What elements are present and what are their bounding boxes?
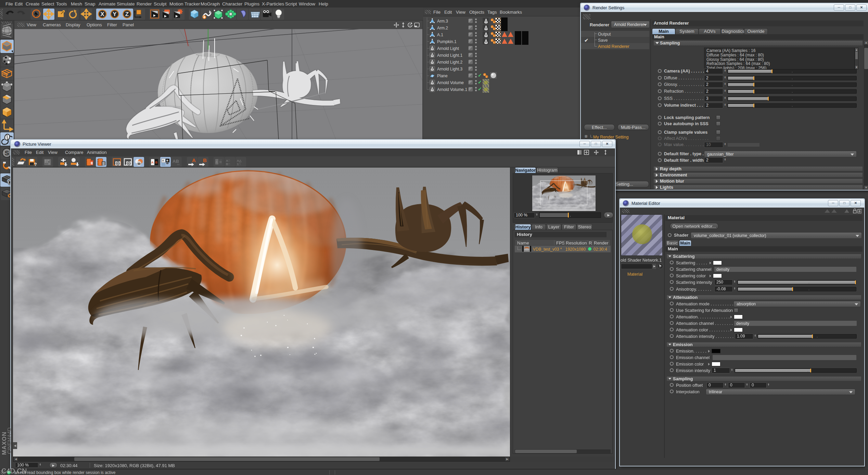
svg-text:D: D xyxy=(220,160,222,163)
svg-text:A□: A□ xyxy=(226,159,230,162)
svg-text:B□: B□ xyxy=(226,162,230,166)
svg-text:1□: 1□ xyxy=(237,162,241,166)
svg-text:x: x xyxy=(48,162,50,166)
svg-text:X: X xyxy=(100,11,104,17)
svg-text:Z: Z xyxy=(125,11,129,17)
svg-text:A: A xyxy=(216,160,218,163)
svg-text:S: S xyxy=(5,149,9,157)
svg-text:B: B xyxy=(155,161,158,164)
svg-text:?: ? xyxy=(34,162,37,167)
svg-text:A: A xyxy=(192,157,196,163)
svg-text:AB: AB xyxy=(173,159,179,164)
svg-text:A: A xyxy=(162,159,164,162)
svg-text:B: B xyxy=(166,159,168,162)
svg-text:Y: Y xyxy=(113,11,117,17)
svg-text:A: A xyxy=(151,161,154,164)
svg-text:B: B xyxy=(203,157,207,163)
svg-text:A△: A△ xyxy=(237,159,242,162)
